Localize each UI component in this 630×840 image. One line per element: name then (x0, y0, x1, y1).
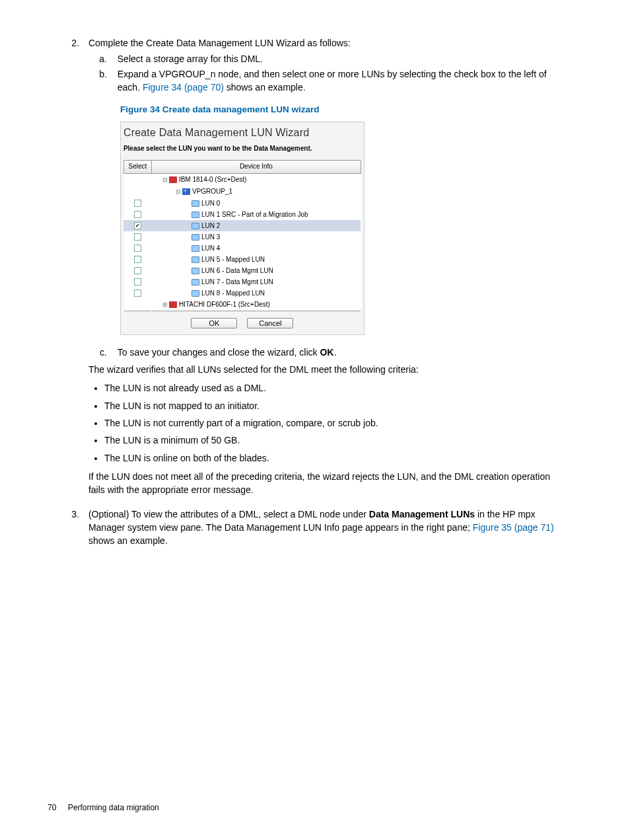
lun-checkbox[interactable] (134, 200, 141, 207)
substep-letter: a. (88, 52, 115, 65)
lun-icon (192, 211, 199, 218)
lun-icon (192, 268, 199, 274)
group-icon (182, 188, 190, 195)
step-2b: b. Expand a VPGROUP_n node, and then sel… (88, 67, 567, 95)
figure-35-link[interactable]: Figure 35 (page 71) (473, 522, 554, 533)
lun-checkbox[interactable] (134, 289, 141, 297)
step3-bold: Data Management LUNs (369, 509, 475, 519)
col-select[interactable]: Select (123, 161, 151, 174)
step-3: 3. (Optional) To view the attributes of … (59, 508, 571, 548)
tree-node-label: LUN 3 (201, 233, 220, 241)
step-number: 3. (59, 508, 86, 521)
figure-caption: Figure 34 Create data management LUN wiz… (120, 103, 567, 116)
page-number: 70 (48, 803, 56, 812)
lun-icon (192, 290, 199, 297)
step-2: 2. Complete the Create Data Management L… (59, 36, 571, 501)
tree-node-label: LUN 0 (201, 200, 220, 207)
table-row[interactable]: LUN 7 - Data Mgmt LUN (123, 276, 361, 287)
step3-before: (Optional) To view the attributes of a D… (88, 509, 369, 519)
tree-node-label: LUN 8 - Mapped LUN (201, 289, 265, 297)
criteria-item: The LUN is not already used as a DML. (104, 381, 567, 395)
figure-34-link[interactable]: Figure 34 (page 70) (143, 82, 224, 93)
criteria-item: The LUN is online on both of the blades. (104, 451, 567, 465)
section-title: Performing data migration (68, 803, 159, 812)
ok-text: OK (320, 347, 333, 358)
step-2c-after: . (333, 347, 336, 358)
col-device[interactable]: Device Info (151, 161, 361, 174)
table-row[interactable]: LUN 8 - Mapped LUN (123, 287, 361, 299)
table-row[interactable]: ⊞HITACHI DF600F-1 (Src+Dest) (123, 299, 361, 311)
step-number: 2. (59, 36, 86, 50)
criteria-item: The LUN is not mapped to an initiator. (104, 399, 567, 412)
table-row[interactable]: LUN 6 - Data Mgmt LUN (123, 265, 361, 276)
criteria-list: The LUN is not already used as a DML.The… (104, 381, 567, 464)
tree-node-label: LUN 2 (201, 222, 220, 229)
table-row[interactable]: ⊟IBM 1814-0 (Src+Dest) (123, 173, 361, 186)
table-row[interactable]: LUN 1 SRC - Part of a Migration Job (123, 209, 361, 220)
step-2b-after: shows an example. (224, 82, 306, 93)
expand-toggle-icon[interactable]: ⊟ (176, 188, 181, 195)
tree-node-label: VPGROUP_1 (192, 188, 232, 195)
lun-icon (192, 223, 199, 229)
lun-icon (192, 245, 199, 252)
lun-checkbox[interactable] (134, 222, 141, 229)
step-2a: a. Select a storage array for this DML. (88, 52, 567, 65)
table-row[interactable]: LUN 4 (123, 243, 361, 254)
lun-checkbox[interactable] (134, 267, 141, 274)
step-2c-before: To save your changes and close the wizar… (118, 347, 320, 358)
tree-node-label: LUN 5 - Mapped LUN (201, 256, 265, 263)
wizard-tree-table: Select Device Info ⊟IBM 1814-0 (Src+Dest… (123, 160, 361, 311)
array-icon (169, 301, 177, 308)
table-row[interactable]: LUN 2 (123, 220, 361, 231)
page-footer: 70 Performing data migration (48, 802, 159, 814)
table-row[interactable]: LUN 0 (123, 198, 361, 209)
step3-after: shows an example. (88, 535, 168, 546)
step2-intro: Complete the Create Data Management LUN … (88, 38, 351, 48)
criteria-item: The LUN is not currently part of a migra… (104, 416, 567, 430)
lun-icon (192, 200, 199, 207)
array-icon (169, 176, 177, 183)
lun-checkbox[interactable] (134, 245, 141, 252)
tree-node-label: IBM 1814-0 (Src+Dest) (179, 176, 247, 183)
wizard-instruction: Please select the LUN you want to be the… (123, 144, 361, 154)
tree-node-label: LUN 4 (201, 245, 220, 252)
fail-text: If the LUN does not meet all of the prec… (88, 470, 567, 497)
step-2c: c. To save your changes and close the wi… (88, 346, 567, 359)
substep-letter: c. (88, 346, 115, 359)
expand-toggle-icon[interactable]: ⊞ (162, 301, 168, 308)
ok-button[interactable]: OK (191, 318, 237, 328)
verify-intro: The wizard verifies that all LUNs select… (88, 363, 567, 376)
lun-icon (192, 256, 199, 263)
cancel-button[interactable]: Cancel (247, 318, 293, 328)
lun-checkbox[interactable] (134, 233, 141, 241)
lun-icon (192, 279, 199, 286)
tree-node-label: LUN 6 - Data Mgmt LUN (201, 267, 273, 274)
lun-checkbox[interactable] (134, 278, 141, 286)
step-2a-text: Select a storage array for this DML. (118, 52, 563, 65)
lun-icon (192, 234, 199, 241)
tree-node-label: LUN 1 SRC - Part of a Migration Job (201, 211, 308, 218)
substep-letter: b. (88, 67, 115, 81)
wizard-dialog: Create Data Management LUN Wizard Please… (120, 122, 365, 335)
lun-checkbox[interactable] (134, 211, 141, 218)
tree-node-label: LUN 7 - Data Mgmt LUN (201, 278, 273, 286)
wizard-title: Create Data Management LUN Wizard (123, 125, 361, 140)
table-row[interactable]: ⊟VPGROUP_1 (123, 186, 361, 198)
expand-toggle-icon[interactable]: ⊟ (162, 176, 168, 183)
tree-node-label: HITACHI DF600F-1 (Src+Dest) (179, 301, 270, 308)
criteria-item: The LUN is a minimum of 50 GB. (104, 434, 567, 447)
table-row[interactable]: LUN 3 (123, 231, 361, 243)
lun-checkbox[interactable] (134, 256, 141, 263)
table-row[interactable]: LUN 5 - Mapped LUN (123, 254, 361, 265)
